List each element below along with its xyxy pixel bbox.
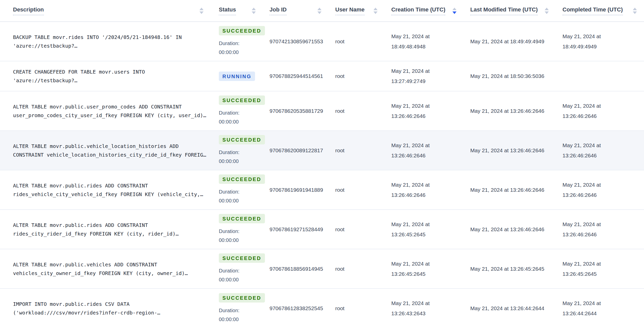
job-duration: Duration: 00:00:00	[219, 227, 267, 245]
job-description-link[interactable]: CREATE CHANGEFEED FOR TABLE movr.users I…	[13, 67, 208, 85]
job-duration-value: 00:00:00	[219, 315, 267, 324]
job-description-cell: IMPORT INTO movr.public.rides CSV DATA (…	[0, 289, 215, 328]
sort-asc-icon	[252, 8, 256, 10]
last-modified-time: May 21, 2024 at 13:26:45:2645	[470, 264, 560, 274]
last-modified-time: May 21, 2024 at 13:26:46:2646	[470, 185, 560, 195]
sort-arrows-icon	[317, 8, 321, 14]
job-description-link[interactable]: ALTER TABLE movr.public.vehicles ADD CON…	[13, 260, 208, 278]
sort-desc-icon	[252, 11, 256, 14]
job-id-cell: 970678612838252545	[267, 289, 333, 328]
job-description-link[interactable]: BACKUP TABLE movr.rides INTO '/2024/05/2…	[13, 33, 208, 50]
sort-asc-icon	[452, 8, 457, 10]
job-duration: Duration: 00:00:00	[219, 306, 267, 324]
table-row: CREATE CHANGEFEED FOR TABLE movr.users I…	[0, 61, 644, 91]
creation-time: May 21, 2024 at 18:49:48:4948	[391, 31, 458, 52]
job-duration-value: 00:00:00	[219, 275, 267, 284]
column-header-label: Job ID	[270, 6, 287, 15]
completed-time: May 21, 2024 at 13:26:44:2644	[562, 298, 629, 319]
column-header-label: Status	[219, 6, 236, 15]
job-duration-value: 00:00:00	[219, 196, 267, 205]
creation-time: May 21, 2024 at 13:26:46:2646	[391, 180, 458, 200]
status-badge: SUCCEEDED	[219, 26, 265, 35]
jobs-table: Description Status Job ID User Name	[0, 0, 644, 328]
status-badge: SUCCEEDED	[219, 253, 265, 263]
job-id-cell: 970678620535881729	[267, 91, 333, 131]
table-row: IMPORT INTO movr.public.rides CSV DATA (…	[0, 289, 644, 328]
job-status-cell: SUCCEEDED Duration: 00:00:00	[215, 289, 267, 328]
job-duration-label: Duration:	[219, 306, 267, 315]
job-status-cell: SUCCEEDED Duration: 00:00:00	[215, 91, 267, 131]
column-header-label: Creation Time (UTC)	[391, 6, 445, 15]
job-id: 970678618856914945	[270, 266, 333, 272]
table-row: ALTER TABLE movr.public.rides ADD CONSTR…	[0, 210, 644, 249]
sort-arrows-icon	[545, 8, 549, 14]
column-header-status[interactable]: Status	[215, 0, 267, 22]
creation-time-cell: May 21, 2024 at 18:49:48:4948	[389, 22, 468, 61]
completed-time-cell: May 21, 2024 at 13:26:45:2645	[560, 249, 644, 289]
table-row: BACKUP TABLE movr.rides INTO '/2024/05/2…	[0, 22, 644, 61]
status-badge: SUCCEEDED	[219, 214, 265, 223]
job-description-cell: ALTER TABLE movr.public.rides ADD CONSTR…	[0, 170, 215, 210]
job-description-link[interactable]: ALTER TABLE movr.public.rides ADD CONSTR…	[13, 181, 208, 199]
job-duration-value: 00:00:00	[219, 157, 267, 166]
sort-arrows-icon	[252, 8, 256, 14]
sort-arrows-icon	[373, 8, 378, 14]
user-name-cell: root	[333, 289, 389, 328]
job-duration: Duration: 00:00:00	[219, 187, 267, 205]
user-name-cell: root	[333, 210, 389, 249]
column-header-creation-time-utc[interactable]: Creation Time (UTC)	[389, 0, 468, 22]
user-name-cell: root	[333, 131, 389, 170]
job-duration: Duration: 00:00:00	[219, 39, 267, 57]
column-header-description[interactable]: Description	[0, 0, 215, 22]
completed-time-cell: May 21, 2024 at 13:26:46:2646	[560, 210, 644, 249]
sort-arrows-icon	[633, 8, 637, 14]
user-name-cell: root	[333, 170, 389, 210]
user-name: root	[335, 147, 389, 154]
job-status-cell: SUCCEEDED Duration: 00:00:00	[215, 210, 267, 249]
job-description-cell: ALTER TABLE movr.public.rides ADD CONSTR…	[0, 210, 215, 249]
status-badge: SUCCEEDED	[219, 135, 265, 144]
job-description-cell: CREATE CHANGEFEED FOR TABLE movr.users I…	[0, 61, 215, 91]
jobs-table-header: Description Status Job ID User Name	[0, 0, 644, 22]
job-id-cell: 970678618856914945	[267, 249, 333, 289]
creation-time-cell: May 21, 2024 at 13:26:46:2646	[389, 170, 468, 210]
job-duration: Duration: 00:00:00	[219, 148, 267, 166]
job-description-link[interactable]: ALTER TABLE movr.public.vehicle_location…	[13, 142, 208, 159]
completed-time-cell: May 21, 2024 at 18:49:49:4949	[560, 22, 644, 61]
creation-time: May 21, 2024 at 13:27:49:2749	[391, 66, 458, 86]
job-status-cell: SUCCEEDED Duration: 00:00:00	[215, 22, 267, 61]
job-duration: Duration: 00:00:00	[219, 266, 267, 284]
job-id: 970678620535881729	[270, 108, 333, 114]
sort-arrows-icon	[452, 8, 457, 14]
job-status-cell: RUNNING	[215, 61, 267, 91]
last-modified-time: May 21, 2024 at 13:26:44:2644	[470, 303, 560, 313]
user-name: root	[335, 73, 389, 79]
job-id-cell: 970678620089122817	[267, 131, 333, 170]
column-header-label: Description	[13, 6, 44, 15]
job-id-cell: 970742130859671553	[267, 22, 333, 61]
job-description-link[interactable]: ALTER TABLE movr.public.user_promo_codes…	[13, 102, 208, 120]
table-row: ALTER TABLE movr.public.vehicle_location…	[0, 131, 644, 170]
job-duration-label: Duration:	[219, 108, 267, 117]
job-duration-label: Duration:	[219, 148, 267, 157]
last-modified-time-cell: May 21, 2024 at 18:50:36:5036	[468, 61, 560, 91]
sort-asc-icon	[633, 8, 637, 10]
job-description-cell: BACKUP TABLE movr.rides INTO '/2024/05/2…	[0, 22, 215, 61]
creation-time: May 21, 2024 at 13:26:46:2646	[391, 140, 458, 161]
column-header-user-name[interactable]: User Name	[333, 0, 389, 22]
column-header-completed-time-utc[interactable]: Completed Time (UTC)	[560, 0, 644, 22]
column-header-job-id[interactable]: Job ID	[267, 0, 333, 22]
completed-time: May 21, 2024 at 13:26:46:2646	[562, 140, 629, 161]
job-id: 970742130859671553	[270, 38, 333, 45]
completed-time: May 21, 2024 at 13:26:46:2646	[562, 101, 629, 121]
completed-time: May 21, 2024 at 13:26:46:2646	[562, 180, 629, 200]
last-modified-time: May 21, 2024 at 13:26:46:2646	[470, 145, 560, 156]
job-description-link[interactable]: IMPORT INTO movr.public.rides CSV DATA (…	[13, 300, 208, 317]
job-description-cell: ALTER TABLE movr.public.vehicles ADD CON…	[0, 249, 215, 289]
job-description-link[interactable]: ALTER TABLE movr.public.rides ADD CONSTR…	[13, 221, 208, 238]
completed-time: May 21, 2024 at 18:49:49:4949	[562, 31, 629, 52]
sort-asc-icon	[317, 8, 321, 10]
column-header-last-modified-time-utc[interactable]: Last Modified Time (UTC)	[468, 0, 560, 22]
creation-time-cell: May 21, 2024 at 13:26:45:2645	[389, 249, 468, 289]
job-id: 970678825944514561	[270, 73, 333, 79]
